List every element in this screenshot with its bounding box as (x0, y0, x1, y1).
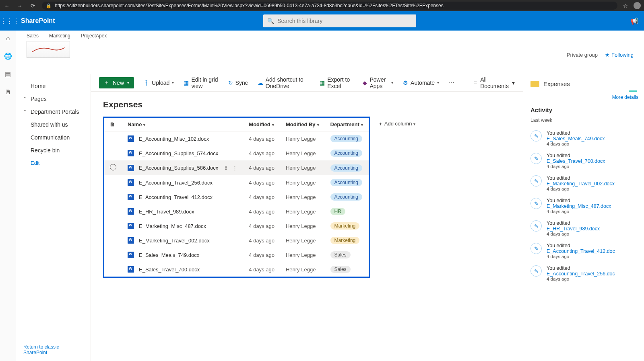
table-row[interactable]: E_Sales_Travel_700.docx⇪⋮4 days agoHenry… (104, 262, 369, 277)
nav-home[interactable]: Home (16, 80, 91, 92)
automate-button[interactable]: ⚙Automate▾ (403, 80, 439, 86)
word-file-icon (128, 150, 134, 156)
file-name[interactable]: E_Accounting_Travel_256.docx (139, 180, 213, 186)
add-shortcut-button[interactable]: ☁Add shortcut to OneDrive (258, 76, 310, 89)
app-name[interactable]: SharePoint (19, 17, 55, 25)
top-link-marketing[interactable]: Marketing (49, 33, 70, 39)
home-icon[interactable]: ⌂ (6, 35, 10, 42)
file-name[interactable]: E_HR_Travel_989.docx (139, 209, 194, 215)
file-name[interactable]: E_Marketing_Travel_002.docx (139, 238, 210, 244)
table-row[interactable]: E_HR_Travel_989.docx⇪⋮4 days agoHenry Le… (104, 204, 369, 219)
activity-file-link[interactable]: E_HR_Travel_989.docx (547, 226, 600, 232)
table-row[interactable]: E_Marketing_Misc_487.docx⇪⋮4 days agoHen… (104, 219, 369, 233)
table-row[interactable]: E_Accounting_Supplies_586.docx⇪⋮4 days a… (104, 160, 369, 175)
activity-action: You edited (547, 220, 600, 226)
add-column-button[interactable]: ＋ Add column▾ (370, 117, 424, 131)
share-icon[interactable]: ⇪ (224, 165, 228, 171)
activity-item[interactable]: ✎You editedE_Accounting_Travel_256.docx4… (530, 262, 644, 285)
nav-edit-link[interactable]: Edit (16, 157, 91, 169)
sync-icon: ↻ (228, 80, 233, 86)
activity-item[interactable]: ✎You editedE_Marketing_Travel_002.docx4 … (530, 172, 644, 195)
activity-file-link[interactable]: E_Accounting_Travel_412.docx (547, 248, 615, 254)
nav-recycle-bin[interactable]: Recycle bin (16, 144, 91, 157)
table-row[interactable]: E_Accounting_Supplies_574.docx⇪⋮4 days a… (104, 146, 369, 160)
activity-file-link[interactable]: E_Marketing_Travel_002.docx (547, 181, 615, 187)
app-launcher-icon[interactable]: ⋮⋮⋮ (0, 17, 19, 25)
table-row[interactable]: E_Accounting_Misc_102.docx⇪⋮4 days agoHe… (104, 131, 369, 146)
file-name[interactable]: E_Sales_Meals_749.docx (139, 252, 199, 258)
activity-group-label: Last week (530, 117, 644, 123)
search-box[interactable]: 🔍 (263, 14, 416, 27)
document-table: 🗎 Name▾ Modified▾ Modified By▾ Departmen… (103, 117, 370, 278)
nav-shared-with-us[interactable]: Shared with us (16, 118, 91, 131)
activity-file-link[interactable]: E_Accounting_Travel_256.docx (547, 271, 615, 277)
upload-button[interactable]: ⭱Upload▾ (144, 80, 174, 86)
col-department[interactable]: Department▾ (325, 118, 369, 131)
modified-by-cell: Henry Legge (280, 248, 325, 262)
new-button[interactable]: ＋ New ▾ (99, 77, 134, 88)
lock-icon: 🔒 (46, 2, 52, 10)
reload-button[interactable]: ⟳ (29, 3, 36, 9)
activity-file-link[interactable]: E_Marketing_Misc_487.docx (547, 203, 611, 209)
edit-in-grid-button[interactable]: ▦Edit in grid view (184, 76, 218, 89)
top-link-projectapex[interactable]: ProjectApex (81, 33, 107, 39)
export-excel-button[interactable]: ▦Export to Excel (320, 76, 353, 89)
view-switcher[interactable]: ≡All Documents▾ (474, 76, 515, 89)
power-apps-button[interactable]: ◆Power Apps▾ (363, 76, 393, 89)
table-row[interactable]: E_Accounting_Travel_256.docx⇪⋮4 days ago… (104, 175, 369, 190)
modified-cell: 4 days ago (243, 204, 280, 219)
activity-item[interactable]: ✎You editedE_Sales_Meals_749.docx4 days … (530, 127, 644, 150)
site-logo[interactable] (27, 41, 70, 58)
table-row[interactable]: E_Accounting_Travel_412.docx⇪⋮4 days ago… (104, 190, 369, 204)
department-pill: Accounting (330, 179, 362, 186)
globe-icon[interactable]: 🌐 (4, 52, 12, 60)
table-row[interactable]: E_Sales_Meals_749.docx⇪⋮4 days agoHenry … (104, 248, 369, 262)
col-name[interactable]: Name▾ (122, 118, 243, 131)
activity-item[interactable]: ✎You editedE_HR_Travel_989.docx4 days ag… (530, 217, 644, 240)
following-button[interactable]: ★ Following (605, 52, 634, 58)
return-to-classic-link[interactable]: Return to classic SharePoint (16, 338, 91, 361)
file-name[interactable]: E_Accounting_Supplies_586.docx (139, 165, 218, 171)
more-details-link[interactable]: More details (530, 94, 638, 100)
address-bar[interactable]: 🔒 https://citizenbuilders.sharepoint.com… (42, 2, 617, 10)
table-row[interactable]: E_Marketing_Travel_002.docx⇪⋮4 days agoH… (104, 233, 369, 248)
sync-button[interactable]: ↻Sync (228, 80, 248, 86)
file-type-header[interactable]: 🗎 (104, 118, 122, 131)
nav-pages[interactable]: Pages (16, 92, 91, 105)
forward-button[interactable]: → (16, 3, 23, 9)
row-select-radio[interactable] (110, 164, 116, 170)
more-commands-button[interactable]: ⋯ (449, 80, 454, 86)
file-name[interactable]: E_Accounting_Travel_412.docx (139, 194, 213, 200)
megaphone-icon[interactable]: 📢 (625, 17, 644, 25)
activity-item[interactable]: ✎You editedE_Sales_Travel_700.docx4 days… (530, 150, 644, 172)
upload-icon: ⭱ (144, 80, 149, 86)
file-name[interactable]: E_Sales_Travel_700.docx (139, 267, 200, 273)
activity-file-link[interactable]: E_Sales_Meals_749.docx (547, 136, 605, 142)
back-button[interactable]: ← (3, 3, 10, 9)
file-name[interactable]: E_Marketing_Misc_487.docx (139, 223, 206, 229)
file-name[interactable]: E_Accounting_Supplies_574.docx (139, 150, 218, 156)
nav-communication[interactable]: Communication (16, 131, 91, 144)
file-name[interactable]: E_Accounting_Misc_102.docx (139, 136, 209, 142)
search-input[interactable] (277, 18, 412, 24)
more-actions-icon[interactable]: ⋮ (232, 165, 237, 171)
automate-icon: ⚙ (403, 80, 408, 86)
activity-item[interactable]: ✎You editedE_Marketing_Misc_487.docx4 da… (530, 195, 644, 217)
activity-file-link[interactable]: E_Sales_Travel_700.docx (547, 158, 605, 164)
bookmark-star-icon[interactable]: ☆ (623, 3, 628, 9)
folder-icon (530, 81, 539, 87)
profile-avatar[interactable] (634, 2, 641, 9)
department-pill: Sales (330, 266, 351, 273)
nav-department-portals[interactable]: Department Portals (16, 105, 91, 118)
pencil-icon: ✎ (530, 243, 542, 254)
list-icon: ≡ (474, 80, 477, 86)
files-icon[interactable]: 🗎 (5, 88, 11, 96)
col-modified-by[interactable]: Modified By▾ (280, 118, 325, 131)
modified-cell: 4 days ago (243, 262, 280, 277)
col-modified[interactable]: Modified▾ (243, 118, 280, 131)
news-icon[interactable]: ▤ (5, 70, 11, 78)
activity-action: You edited (547, 130, 605, 136)
activity-action: You edited (547, 243, 615, 248)
activity-item[interactable]: ✎You editedE_Accounting_Travel_412.docx4… (530, 240, 644, 262)
top-link-sales[interactable]: Sales (27, 33, 39, 39)
